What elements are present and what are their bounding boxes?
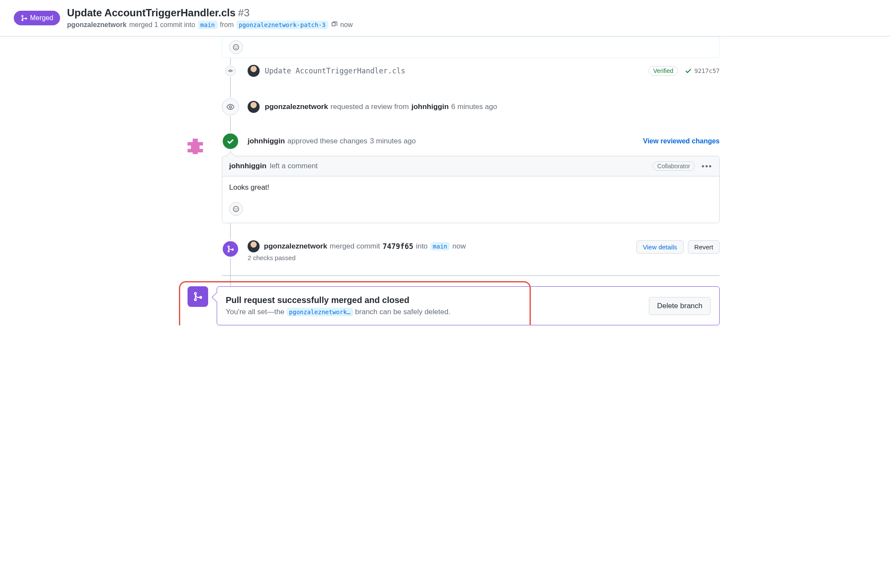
- merged-commit-text: merged 1 commit into: [129, 21, 195, 29]
- commit-sha-text: 9217c57: [694, 67, 720, 74]
- pr-time: now: [340, 21, 353, 29]
- avatar[interactable]: [248, 101, 260, 113]
- comment-body: Looks great!: [222, 176, 719, 199]
- svg-point-0: [230, 70, 232, 72]
- commit-dot-icon: [225, 66, 236, 76]
- pr-title-text[interactable]: Update AccountTriggerHandler.cls: [67, 7, 236, 19]
- success-icon-badge: [188, 286, 208, 307]
- avatar[interactable]: [248, 240, 260, 252]
- merge-into: into: [416, 242, 427, 251]
- merge-time: now: [452, 242, 466, 251]
- check-icon: [226, 137, 235, 145]
- pr-timeline: Update AccountTriggerHandler.cls Verifie…: [222, 36, 720, 325]
- pr-header: Merged Update AccountTriggerHandler.cls …: [0, 0, 890, 36]
- merge-icon: [193, 291, 203, 302]
- check-badge: [222, 133, 239, 150]
- success-banner-wrap: Pull request successfully merged and clo…: [188, 286, 720, 325]
- add-reaction-button[interactable]: [229, 202, 243, 216]
- timeline-divider: [222, 275, 720, 276]
- head-branch[interactable]: pgonzaleznetwork-patch-3: [236, 21, 328, 29]
- verified-badge[interactable]: Verified: [648, 66, 678, 76]
- pr-number: #3: [238, 7, 250, 19]
- base-branch[interactable]: main: [198, 21, 218, 29]
- pr-title: Update AccountTriggerHandler.cls #3: [67, 7, 353, 19]
- from-text: from: [220, 21, 234, 29]
- timeline-review-request: pgonzaleznetwork requested a review from…: [222, 84, 720, 130]
- reaction-box-top: [222, 36, 720, 58]
- merge-branch[interactable]: main: [430, 242, 450, 251]
- merge-icon: [21, 15, 27, 21]
- merge-actor[interactable]: pgonzaleznetwork: [264, 242, 327, 251]
- success-banner: Pull request successfully merged and clo…: [217, 286, 720, 325]
- commit-message[interactable]: Update AccountTriggerHandler.cls: [265, 67, 406, 75]
- success-branch: pgonzaleznetwork…: [287, 308, 353, 316]
- pr-subtitle: pgonzaleznetwork merged 1 commit into ma…: [67, 21, 353, 29]
- merged-badge: Merged: [14, 11, 60, 25]
- kebab-icon[interactable]: •••: [702, 162, 712, 171]
- merge-icon: [227, 245, 234, 253]
- checks-passed[interactable]: 2 checks passed: [248, 254, 466, 261]
- pr-author[interactable]: pgonzaleznetwork: [67, 21, 127, 29]
- timeline-commit: Update AccountTriggerHandler.cls Verifie…: [222, 58, 720, 84]
- success-title: Pull request successfully merged and clo…: [226, 295, 451, 305]
- success-description: You're all set—the pgonzaleznetwork… bra…: [226, 308, 451, 316]
- merged-badge-label: Merged: [30, 14, 53, 22]
- approval-actor[interactable]: johnhiggin: [248, 137, 285, 145]
- comment-header: johnhiggin left a comment Collaborator •…: [222, 156, 719, 176]
- comment-author[interactable]: johnhiggin: [229, 162, 266, 170]
- approval-time: 3 minutes ago: [370, 137, 416, 145]
- header-text: Update AccountTriggerHandler.cls #3 pgon…: [67, 7, 353, 29]
- merge-badge: [222, 240, 239, 258]
- smiley-icon: [233, 206, 239, 212]
- commit-sha[interactable]: 9217c57: [685, 67, 720, 74]
- comment-footer: [222, 199, 719, 223]
- reviewer-avatar[interactable]: [184, 135, 206, 158]
- revert-button[interactable]: Revert: [688, 240, 720, 254]
- merge-text: merged commit: [330, 242, 380, 251]
- delete-branch-button[interactable]: Delete branch: [649, 297, 711, 315]
- smiley-icon: [233, 44, 239, 51]
- review-request-time: 6 minutes ago: [451, 103, 497, 111]
- timeline-approval: johnhiggin approved these changes 3 minu…: [222, 130, 720, 152]
- add-reaction-button[interactable]: [229, 40, 243, 54]
- merge-sha[interactable]: 7479f65: [383, 242, 414, 251]
- comment-card: johnhiggin left a comment Collaborator •…: [222, 156, 720, 223]
- approval-text: approved these changes: [288, 137, 367, 145]
- view-details-button[interactable]: View details: [636, 240, 684, 254]
- comment-action: left a comment: [270, 162, 318, 170]
- review-request-actor[interactable]: pgonzaleznetwork: [265, 103, 328, 111]
- timeline-merge-event: pgonzaleznetwork merged commit 7479f65 i…: [222, 223, 720, 268]
- copy-icon[interactable]: [331, 21, 338, 29]
- eye-icon: [227, 103, 234, 111]
- view-reviewed-changes-link[interactable]: View reviewed changes: [643, 137, 720, 145]
- eye-badge: [222, 98, 239, 115]
- collaborator-badge: Collaborator: [653, 161, 695, 171]
- review-request-text: requested a review from: [330, 103, 409, 111]
- review-request-reviewer[interactable]: johnhiggin: [412, 103, 449, 111]
- avatar[interactable]: [248, 65, 260, 77]
